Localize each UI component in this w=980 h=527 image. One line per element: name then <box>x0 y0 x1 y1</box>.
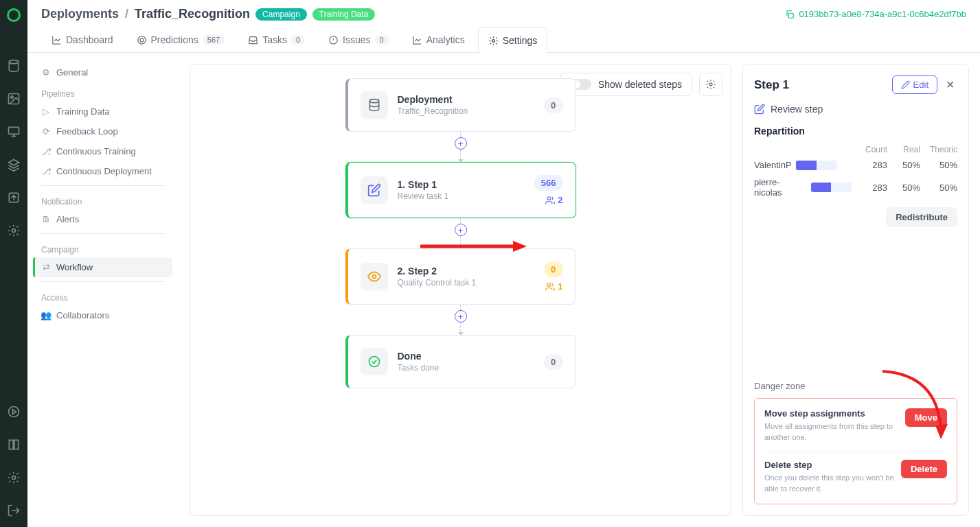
svg-rect-8 <box>789 13 794 18</box>
svg-point-13 <box>709 83 712 86</box>
svg-point-16 <box>372 275 376 279</box>
svg-point-9 <box>137 36 145 43</box>
page-header: Deployments / Traffic_Recognition Campai… <box>27 0 980 53</box>
inbox-icon <box>248 35 258 45</box>
predictions-count: 567 <box>203 35 225 45</box>
tab-analytics[interactable]: Analytics <box>402 27 475 52</box>
gear-icon <box>488 36 499 46</box>
card-title: 2. Step 2 <box>398 266 534 277</box>
sidebar-item-feedback-loop[interactable]: ⟳Feedback Loop <box>33 121 172 141</box>
sidebar-item-continuous-training[interactable]: ⎇Continuous Training <box>33 141 172 161</box>
connector: + <box>460 132 461 162</box>
eye-icon <box>361 263 388 290</box>
redistribute-button[interactable]: Redistribute <box>886 207 957 227</box>
card-subtitle: Review task 1 <box>398 191 525 201</box>
delete-description: Once you delete this step you won't be a… <box>764 473 894 494</box>
card-subtitle: Tasks done <box>398 363 534 373</box>
workflow-card-step1[interactable]: 1. Step 1 Review task 1 566 2 <box>345 162 576 218</box>
copy-icon <box>785 10 795 19</box>
theoric-value: 50% <box>920 160 957 170</box>
settings-icon[interactable] <box>7 471 21 484</box>
edit-icon <box>361 176 388 204</box>
svg-point-7 <box>12 476 16 480</box>
svg-point-10 <box>140 38 144 42</box>
workflow-card-step2[interactable]: 2. Step 2 Quality Control task 1 0 1 <box>345 248 576 305</box>
play-icon[interactable] <box>7 405 21 419</box>
tab-dashboard[interactable]: Dashboard <box>41 27 124 52</box>
danger-zone: Move step assignments Move all assignmen… <box>754 398 957 504</box>
settings-sidebar: ⚙General Pipelines ▷Training Data ⟳Feedb… <box>27 53 179 527</box>
app-logo[interactable] <box>7 8 21 22</box>
card-subtitle: Quality Control task 1 <box>398 278 534 288</box>
repartition-heading: Repartition <box>754 126 957 137</box>
card-subtitle: Traffic_Recognition <box>398 106 534 116</box>
users-icon: 👥 <box>41 311 51 320</box>
chart-line-icon <box>52 35 62 45</box>
card-title: Deployment <box>398 94 534 105</box>
canvas-settings-button[interactable] <box>699 73 722 96</box>
tab-predictions[interactable]: Predictions567 <box>126 27 236 52</box>
sidebar-section-access: Access <box>33 286 172 305</box>
sidebar-item-workflow[interactable]: ⇄Workflow <box>33 257 172 277</box>
sidebar-item-general[interactable]: ⚙General <box>33 62 172 82</box>
sidebar-item-collaborators[interactable]: 👥Collaborators <box>33 305 172 325</box>
move-heading: Move step assignments <box>764 408 898 419</box>
breadcrumb-root[interactable]: Deployments <box>41 7 119 21</box>
close-button[interactable]: ✕ <box>943 75 957 94</box>
workflow-canvas: Show deleted steps Deployment Traffic_Re… <box>190 64 731 516</box>
repartition-header: Count Real Theoric <box>754 145 957 154</box>
layers-icon[interactable] <box>7 158 21 172</box>
svg-point-5 <box>12 229 16 233</box>
edit-button[interactable]: Edit <box>892 75 937 94</box>
add-step-button[interactable]: + <box>455 137 467 150</box>
count-value: 283 <box>852 160 887 170</box>
sidebar-item-continuous-deployment[interactable]: ⎇Continuous Deployment <box>33 161 172 181</box>
tab-issues[interactable]: Issues0 <box>318 27 399 52</box>
step-details-panel: Step 1 Edit ✕ Review step Repartition Co… <box>742 64 969 516</box>
add-step-button[interactable]: + <box>455 310 467 323</box>
book-icon[interactable] <box>7 438 21 452</box>
gear-icon[interactable] <box>7 224 21 237</box>
card-count: 0 <box>544 97 563 113</box>
database-icon[interactable] <box>7 59 21 73</box>
svg-point-15 <box>547 196 551 200</box>
sidebar-section-pipelines: Pipelines <box>33 82 172 102</box>
training-data-badge: Training Data <box>312 8 376 21</box>
pencil-icon <box>901 80 910 89</box>
sidebar-section-notification: Notification <box>33 190 172 209</box>
tab-tasks[interactable]: Tasks0 <box>238 27 315 52</box>
progress-bar <box>796 161 837 170</box>
card-count: 0 <box>544 261 563 277</box>
delete-heading: Delete step <box>764 460 894 470</box>
delete-button[interactable]: Delete <box>901 460 947 478</box>
analytics-icon <box>412 35 422 45</box>
connector: + <box>460 305 461 335</box>
refresh-icon: ⟳ <box>41 127 51 137</box>
add-step-button[interactable]: + <box>455 224 467 236</box>
repartition-row: ValentinP 283 50% 50% <box>754 160 957 170</box>
tab-settings[interactable]: Settings <box>478 27 548 53</box>
show-deleted-toggle[interactable]: Show deleted steps <box>560 73 692 96</box>
svg-point-2 <box>11 96 13 98</box>
assignee-count: 2 <box>545 195 562 205</box>
deployment-id[interactable]: 0193bb73-a0e8-734a-a9c1-0c6b4e2df7bb <box>785 9 966 19</box>
svg-point-17 <box>547 283 551 286</box>
nav-rail <box>0 0 27 527</box>
user-name: ValentinP <box>754 160 792 170</box>
danger-zone-heading: Danger zone <box>754 381 957 391</box>
workflow-card-deployment[interactable]: Deployment Traffic_Recognition 0 <box>345 78 576 132</box>
step-type: Review step <box>754 104 957 115</box>
image-icon[interactable] <box>7 92 21 106</box>
workflow-card-done[interactable]: Done Tasks done 0 <box>345 335 576 388</box>
sidebar-item-alerts[interactable]: 🗎Alerts <box>33 209 172 229</box>
move-button[interactable]: Move <box>905 408 947 427</box>
workflow-icon: ⇄ <box>41 263 51 272</box>
presentation-icon[interactable] <box>7 125 21 139</box>
sidebar-item-training-data[interactable]: ▷Training Data <box>33 102 172 121</box>
progress-bar <box>811 183 852 192</box>
real-value: 50% <box>887 160 920 170</box>
deploy-icon[interactable] <box>7 191 21 204</box>
issues-count: 0 <box>375 35 389 45</box>
database-icon <box>361 91 388 119</box>
logout-icon[interactable] <box>7 504 21 517</box>
